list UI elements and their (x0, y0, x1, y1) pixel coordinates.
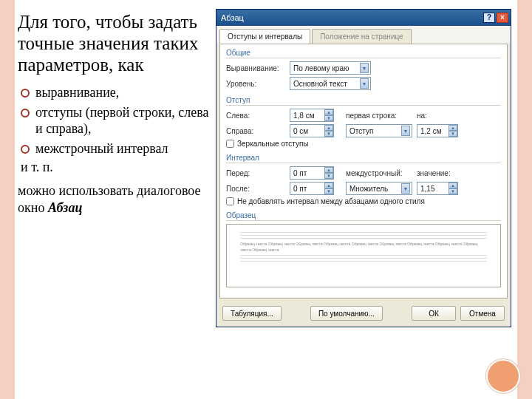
linespacing-value-label: значение: (417, 169, 449, 177)
tab-position[interactable]: Положение на странице (312, 29, 411, 44)
slide-footer: можно использовать диалоговое окно Абзац (18, 183, 210, 216)
mirror-checkbox[interactable]: Зеркальные отступы (226, 140, 309, 148)
slide-text: Для того, чтобы задать точные значения т… (18, 9, 210, 390)
first-line-value-spinner[interactable]: 1,2 см▲▼ (417, 124, 458, 137)
chevron-down-icon: ▼ (401, 183, 410, 194)
indent-left-label: Слева: (226, 112, 285, 120)
first-line-on-label: на: (417, 112, 434, 120)
tab-strip: Отступы и интервалы Положение на страниц… (216, 26, 511, 44)
indent-left-spinner[interactable]: 1,8 см▲▼ (290, 109, 334, 122)
help-button[interactable]: ? (483, 13, 495, 23)
first-line-type-combo[interactable]: Отступ▼ (346, 124, 412, 137)
group-preview-title: Образец (226, 211, 501, 221)
indent-right-label: Справа: (226, 127, 285, 135)
tabs-button[interactable]: Табуляция... (222, 306, 282, 321)
ok-button[interactable]: ОК (412, 306, 456, 321)
slide-heading: Для того, чтобы задать точные значения т… (18, 12, 210, 75)
close-button[interactable]: × (497, 13, 508, 23)
level-combo[interactable]: Основной текст▼ (290, 77, 371, 90)
default-button[interactable]: По умолчанию... (310, 306, 383, 321)
after-label: После: (226, 185, 285, 193)
noadd-checkbox[interactable]: Не добавлять интервал между абзацами одн… (226, 197, 425, 205)
cancel-button[interactable]: Отмена (460, 306, 505, 321)
linespacing-label: междустрочный: (346, 169, 412, 177)
linespacing-value-spinner[interactable]: 1,15▲▼ (417, 182, 458, 195)
group-general-title: Общие (226, 49, 501, 58)
bullet-item: выравнивание, (21, 84, 210, 101)
tab-indents[interactable]: Отступы и интервалы (219, 29, 310, 44)
alignment-combo[interactable]: По левому краю▼ (290, 61, 371, 75)
level-label: Уровень: (226, 80, 285, 88)
group-spacing-title: Интервал (226, 154, 501, 163)
bullet-tail: и т. п. (21, 160, 210, 175)
paragraph-dialog: Абзац ? × Отступы и интервалы Положение … (216, 9, 511, 327)
chevron-down-icon: ▼ (360, 63, 369, 73)
before-label: Перед: (226, 169, 285, 177)
before-spinner[interactable]: 0 пт▲▼ (290, 166, 334, 180)
first-line-label: первая строка: (346, 112, 412, 120)
after-spinner[interactable]: 0 пт▲▼ (290, 182, 334, 195)
decorative-circle (486, 359, 520, 393)
linespacing-combo[interactable]: Множитель▼ (346, 182, 412, 195)
group-indent-title: Отступ (226, 96, 501, 106)
alignment-label: Выравнивание: (226, 64, 285, 72)
bullet-item: отступы (первой строки, слева и справа), (21, 104, 210, 137)
dialog-title: Абзац (221, 13, 244, 22)
preview-box: Образец текста Образец текста Образец те… (226, 224, 501, 287)
chevron-down-icon: ▼ (360, 78, 369, 89)
chevron-down-icon: ▼ (401, 126, 410, 136)
titlebar[interactable]: Абзац ? × (216, 10, 511, 26)
bullet-item: межстрочный интервал (21, 140, 210, 157)
indent-right-spinner[interactable]: 0 см▲▼ (290, 124, 334, 137)
